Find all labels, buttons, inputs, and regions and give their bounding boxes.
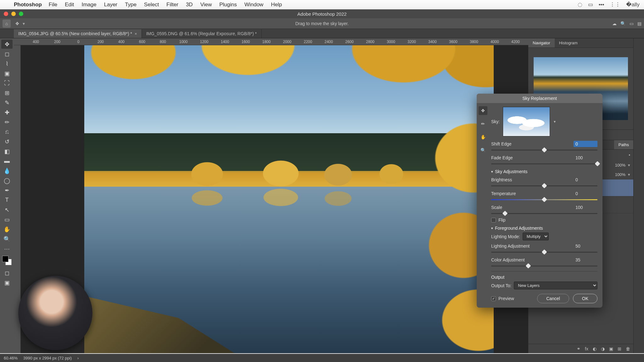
zoom-level[interactable]: 60.46% — [4, 356, 18, 360]
cc-icon[interactable]: ◌ — [578, 1, 582, 8]
ok-button[interactable]: OK — [573, 294, 597, 303]
object-select-tool[interactable]: ▣ — [1, 69, 13, 78]
output-to-select[interactable]: New Layers — [514, 282, 597, 289]
link-layers-icon[interactable]: ⚭ — [577, 346, 580, 351]
flip-checkbox[interactable]: Flip — [491, 217, 597, 222]
brightness-value[interactable]: 0 — [574, 177, 597, 183]
group-icon[interactable]: ▣ — [609, 346, 613, 351]
eyedropper-tool[interactable]: ✎ — [1, 98, 13, 107]
new-layer-icon[interactable]: ⊞ — [618, 346, 621, 351]
menu-help[interactable]: Help — [267, 2, 286, 8]
sky-hand-tool[interactable]: ✋ — [479, 133, 487, 141]
control-center-icon[interactable]: �ally — [626, 1, 640, 8]
preview-checkbox[interactable]: ✓Preview — [491, 296, 514, 301]
temperature-slider[interactable] — [491, 197, 597, 202]
temperature-value[interactable]: 0 — [574, 190, 597, 197]
brush-tool[interactable]: ✏ — [1, 118, 13, 127]
fade-edge-value[interactable]: 100 — [574, 155, 597, 161]
stamp-tool[interactable]: ⎌ — [1, 127, 13, 136]
foreground-adjustments-header[interactable]: ▾Foreground Adjustments — [491, 226, 597, 231]
color-adj-value[interactable]: 35 — [574, 257, 597, 263]
lighting-adj-slider[interactable] — [491, 250, 597, 254]
status-more-icon[interactable]: › — [77, 356, 79, 360]
crop-tool[interactable]: ⛶ — [1, 79, 13, 88]
doc-tab-2[interactable]: IMG_0595.DNG @ 61.6% (Regular Exposure, … — [142, 29, 262, 38]
move-tool-icon[interactable]: ✥ — [14, 20, 21, 27]
workspace-icon[interactable]: ▭ — [630, 21, 634, 26]
hand-tool[interactable]: ✋ — [1, 225, 13, 234]
sky-dropdown-icon[interactable]: ▾ — [554, 119, 556, 124]
menu-window[interactable]: Window — [241, 2, 267, 8]
fade-edge-slider[interactable] — [491, 162, 597, 166]
healing-tool[interactable]: ✚ — [1, 108, 13, 117]
menu-view[interactable]: View — [197, 2, 216, 8]
path-tool[interactable]: ↖ — [1, 205, 13, 214]
move-tool[interactable]: ✥ — [1, 40, 13, 49]
menu-filter[interactable]: Filter — [163, 2, 182, 8]
sky-preset-thumb[interactable] — [503, 107, 550, 136]
lighting-adj-value[interactable]: 50 — [574, 243, 597, 249]
lasso-tool[interactable]: ⌇ — [1, 59, 13, 68]
scale-value[interactable]: 100 — [574, 204, 597, 211]
app-name[interactable]: Photoshop — [11, 2, 45, 8]
wifi-icon[interactable]: ⋮⋮ — [610, 1, 620, 8]
paths-tab[interactable]: Paths — [614, 140, 633, 149]
home-button[interactable]: ⌂ — [3, 19, 11, 28]
menu-file[interactable]: File — [45, 2, 61, 8]
pen-tool[interactable]: ✒ — [1, 186, 13, 195]
eraser-tool[interactable]: ◧ — [1, 147, 13, 156]
close-window[interactable] — [4, 12, 8, 16]
screen-mode[interactable]: ▣ — [1, 278, 13, 287]
more-icon[interactable]: ••• — [599, 2, 604, 8]
color-swatches[interactable] — [2, 256, 12, 265]
adjustment-icon[interactable]: ◑ — [601, 346, 605, 351]
type-tool[interactable]: T — [1, 195, 13, 205]
edit-toolbar[interactable]: ⋯ — [1, 244, 13, 253]
opacity-value[interactable]: 100% — [615, 163, 625, 167]
menu-image[interactable]: Image — [78, 2, 100, 8]
shift-edge-slider[interactable] — [491, 148, 597, 152]
menu-select[interactable]: Select — [140, 2, 163, 8]
navigator-tab[interactable]: Navigator — [528, 38, 555, 47]
close-tab-icon[interactable]: × — [135, 31, 137, 36]
shift-edge-value[interactable]: 0 — [574, 141, 597, 147]
history-brush-tool[interactable]: ↺ — [1, 137, 13, 146]
color-adj-slider[interactable] — [491, 264, 597, 268]
mask-icon[interactable]: ◐ — [593, 346, 597, 351]
screen-icon[interactable]: ▭ — [588, 1, 593, 8]
sky-move-tool[interactable]: ✥ — [479, 106, 487, 115]
quick-mask[interactable]: ◻ — [1, 268, 13, 277]
menu-3d[interactable]: 3D — [182, 2, 197, 8]
sky-adjustments-header[interactable]: ▾Sky Adjustments — [491, 169, 597, 174]
cloud-icon[interactable]: ☁ — [612, 21, 617, 26]
brightness-slider[interactable] — [491, 184, 597, 188]
mac-menubar: Photoshop File Edit Image Layer Type Sel… — [0, 0, 644, 9]
fx-icon[interactable]: fx — [585, 346, 588, 351]
scale-slider[interactable] — [491, 211, 597, 216]
frame-tool[interactable]: ⊞ — [1, 88, 13, 97]
lighting-mode-select[interactable]: Multiply — [523, 233, 549, 240]
collapse-strip[interactable] — [633, 38, 644, 353]
sky-brush-tool[interactable]: ✏ — [479, 119, 487, 128]
cancel-button[interactable]: Cancel — [537, 294, 569, 303]
share-icon[interactable]: ▤ — [637, 21, 641, 26]
menu-layer[interactable]: Layer — [100, 2, 121, 8]
zoom-window[interactable] — [19, 12, 23, 16]
gradient-tool[interactable]: ▬ — [1, 156, 13, 166]
fill-value[interactable]: 100% — [615, 172, 625, 177]
doc-tab-1[interactable]: IMG_0594.JPG @ 60.5% (New combined layer… — [14, 29, 142, 38]
histogram-tab[interactable]: Histogram — [555, 38, 582, 47]
document-canvas[interactable] — [84, 45, 494, 353]
minimize-window[interactable] — [11, 12, 16, 16]
menu-edit[interactable]: Edit — [61, 2, 78, 8]
zoom-tool[interactable]: 🔍 — [1, 234, 13, 244]
shape-tool[interactable]: ▭ — [1, 215, 13, 224]
sky-zoom-tool[interactable]: 🔍 — [479, 146, 487, 155]
dodge-tool[interactable]: ◯ — [1, 176, 13, 185]
menu-plugins[interactable]: Plugins — [215, 2, 241, 8]
blur-tool[interactable]: 💧 — [1, 166, 13, 175]
marquee-tool[interactable]: ◻ — [1, 49, 13, 58]
delete-icon[interactable]: 🗑 — [626, 346, 630, 351]
menu-type[interactable]: Type — [121, 2, 140, 8]
search-icon[interactable]: 🔍 — [620, 21, 626, 26]
